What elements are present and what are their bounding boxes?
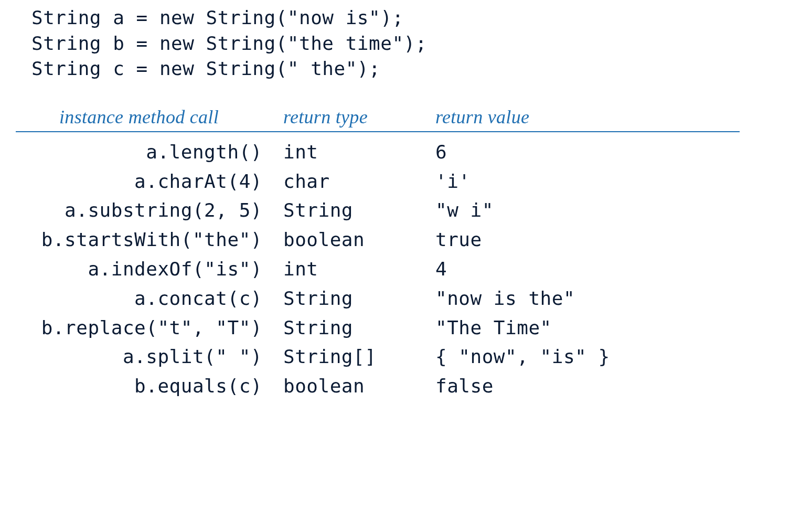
table-row: b.startsWith("the") boolean true (16, 225, 774, 254)
header-rule (16, 131, 740, 132)
header-instance-method-call: instance method call (16, 106, 283, 128)
cell-return-type: boolean (283, 371, 435, 401)
cell-method-call: a.concat(c) (16, 284, 283, 313)
header-return-value: return value (435, 106, 774, 128)
code-block: String a = new String("now is"); String … (31, 5, 774, 82)
code-line: String a = new String("now is"); (31, 5, 774, 31)
cell-return-type: String (283, 313, 435, 343)
cell-return-value: true (435, 225, 774, 254)
code-line: String b = new String("the time"); (31, 31, 774, 57)
cell-return-type: int (283, 137, 435, 167)
cell-return-value: "The Time" (435, 313, 774, 343)
cell-return-type: boolean (283, 225, 435, 254)
cell-method-call: a.charAt(4) (16, 167, 283, 196)
cell-method-call: a.length() (16, 137, 283, 167)
table-header-row: instance method call return type return … (16, 106, 774, 131)
cell-return-type: int (283, 254, 435, 284)
cell-return-type: String (283, 196, 435, 225)
table-row: a.split(" ") String[] { "now", "is" } (16, 342, 774, 371)
cell-method-call: a.split(" ") (16, 342, 283, 371)
page-content: String a = new String("now is"); String … (0, 0, 790, 401)
cell-method-call: b.startsWith("the") (16, 225, 283, 254)
cell-return-type: String (283, 284, 435, 313)
cell-method-call: b.replace("t", "T") (16, 313, 283, 343)
cell-method-call: b.equals(c) (16, 371, 283, 401)
cell-method-call: a.substring(2, 5) (16, 196, 283, 225)
table-row: b.equals(c) boolean false (16, 371, 774, 401)
table-row: a.indexOf("is") int 4 (16, 254, 774, 284)
cell-return-value: "w i" (435, 196, 774, 225)
cell-return-value: 'i' (435, 167, 774, 196)
cell-return-value: "now is the" (435, 284, 774, 313)
header-return-type: return type (283, 106, 435, 128)
cell-return-value: { "now", "is" } (435, 342, 774, 371)
cell-return-value: 4 (435, 254, 774, 284)
cell-method-call: a.indexOf("is") (16, 254, 283, 284)
table-row: b.replace("t", "T") String "The Time" (16, 313, 774, 343)
table-row: a.substring(2, 5) String "w i" (16, 196, 774, 225)
cell-return-value: 6 (435, 137, 774, 167)
method-table: instance method call return type return … (16, 106, 774, 401)
code-line: String c = new String(" the"); (31, 56, 774, 82)
table-row: a.length() int 6 (16, 137, 774, 167)
cell-return-type: String[] (283, 342, 435, 371)
table-row: a.concat(c) String "now is the" (16, 284, 774, 313)
cell-return-value: false (435, 371, 774, 401)
cell-return-type: char (283, 167, 435, 196)
table-row: a.charAt(4) char 'i' (16, 167, 774, 196)
